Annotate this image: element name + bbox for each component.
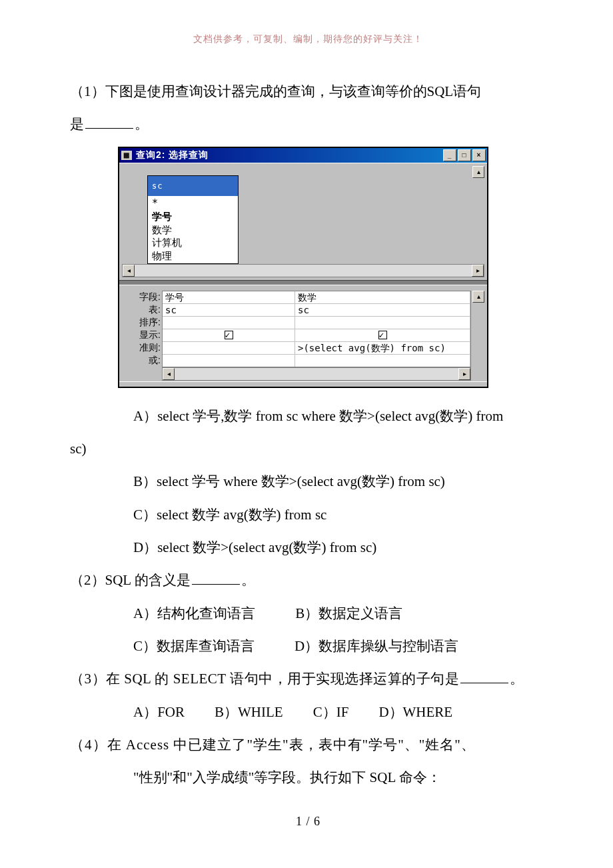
field-star[interactable]: *: [152, 197, 234, 211]
row-label-field: 字段:: [125, 291, 162, 303]
q3-stem-text: （3）在 SQL 的 SELECT 语句中，用于实现选择运算的子句是: [70, 671, 459, 687]
row-label-show: 显示:: [125, 329, 162, 341]
statusbar: [119, 381, 487, 387]
q4-line1: （4）在 Access 中已建立了"学生"表，表中有"学号"、"姓名"、: [70, 729, 546, 761]
grid-cell-field1[interactable]: 学号: [163, 291, 295, 303]
tables-pane: ▴ sc * 学号 数学 计算机 物理 ◂ ▸: [119, 163, 487, 280]
lower-h-scrollbar[interactable]: ◂ ▸: [162, 367, 471, 381]
row-label-criteria: 准则:: [125, 341, 162, 354]
grid-cell-field2[interactable]: 数学: [295, 291, 470, 303]
blank-line: [460, 669, 508, 683]
q1-period: 。: [135, 116, 149, 132]
pane-splitter[interactable]: [119, 280, 487, 285]
blank-line: [192, 570, 240, 585]
q3-period: 。: [510, 671, 524, 687]
header-note: 文档供参考，可复制、编制，期待您的好评与关注！: [70, 33, 546, 45]
scroll-left-icon[interactable]: ◂: [123, 265, 135, 277]
grid-cell-table2[interactable]: sc: [295, 304, 470, 316]
grid-cell-or1[interactable]: [163, 355, 295, 367]
minimize-button[interactable]: _: [443, 149, 456, 161]
scroll-left-icon[interactable]: ◂: [163, 368, 175, 380]
grid-cell-criteria1[interactable]: [163, 342, 295, 354]
scroll-right-icon[interactable]: ▸: [458, 368, 470, 380]
grid-cell-show2[interactable]: [295, 329, 470, 341]
row-label-table: 表:: [125, 303, 162, 316]
design-grid-pane: ▴ 字段: 表: 排序: 显示: 准则: 或: 学号 数学: [119, 285, 487, 381]
row-label-or: 或:: [125, 354, 162, 367]
q1-option-d: D）select 数学>(select avg(数学) from sc): [133, 531, 546, 564]
q1-option-c: C）select 数学 avg(数学) from sc: [133, 499, 546, 531]
q2-stem: （2）SQL 的含义是。: [70, 564, 546, 597]
field-item[interactable]: 物理: [152, 249, 234, 263]
field-list-title: sc: [148, 176, 238, 196]
field-item[interactable]: 计算机: [152, 236, 234, 249]
scroll-up-icon[interactable]: ▴: [472, 291, 484, 303]
maximize-button[interactable]: □: [458, 149, 471, 161]
q1-stem-is: 是: [70, 116, 84, 132]
q2-options-row1: A）结构化查询语言 B）数据定义语言: [133, 597, 546, 630]
q3-option-a: A）FOR: [133, 696, 185, 729]
q2-period: 。: [241, 572, 255, 588]
design-grid[interactable]: 学号 数学 sc sc: [162, 291, 471, 367]
field-item[interactable]: 数学: [152, 223, 234, 237]
q2-option-d: D）数据库操纵与控制语言: [295, 630, 458, 663]
grid-cell-show1[interactable]: [163, 329, 295, 341]
q3-option-b: B）WHILE: [215, 696, 283, 729]
show-checkbox[interactable]: [378, 331, 387, 339]
q3-option-d: D）WHERE: [378, 696, 452, 729]
q1-stem-line1: （1）下图是使用查询设计器完成的查询，与该查询等价的SQL语句: [70, 75, 546, 108]
row-label-sort: 排序:: [125, 316, 162, 329]
q4-line2: "性别"和"入学成绩"等字段。执行如下 SQL 命令：: [133, 761, 546, 794]
field-item[interactable]: 学号: [152, 210, 234, 223]
grid-cell-table1[interactable]: sc: [163, 304, 295, 316]
scroll-right-icon[interactable]: ▸: [472, 265, 484, 277]
q2-option-a: A）结构化查询语言: [133, 597, 255, 630]
grid-cell-sort2[interactable]: [295, 317, 470, 329]
show-checkbox[interactable]: [225, 331, 233, 339]
q2-stem-text: （2）SQL 的含义是: [70, 572, 191, 588]
q1-option-b: B）select 学号 where 数学>(select avg(数学) fro…: [133, 465, 546, 498]
q1-option-a-cont: sc): [70, 433, 546, 465]
page-number: 1 / 6: [70, 815, 546, 829]
grid-cell-or2[interactable]: [295, 355, 470, 367]
scroll-up-icon[interactable]: ▴: [472, 166, 484, 178]
q2-option-b: B）数据定义语言: [295, 597, 402, 630]
titlebar: ▦ 查询2: 选择查询 _ □ ×: [119, 148, 487, 163]
grid-cell-criteria2[interactable]: >(select avg(数学) from sc): [295, 342, 470, 354]
window-icon: ▦: [121, 151, 132, 160]
q1-option-a: A）select 学号,数学 from sc where 数学>(select …: [133, 400, 546, 433]
q3-options: A）FOR B）WHILE C）IF D）WHERE: [133, 696, 546, 729]
q1-stem-line2: 是。: [70, 108, 546, 141]
grid-cell-sort1[interactable]: [163, 317, 295, 329]
upper-h-scrollbar[interactable]: ◂ ▸: [122, 264, 484, 277]
field-list[interactable]: sc * 学号 数学 计算机 物理: [147, 175, 239, 265]
q3-stem: （3）在 SQL 的 SELECT 语句中，用于实现选择运算的子句是。: [70, 663, 546, 695]
q3-option-c: C）IF: [313, 696, 349, 729]
blank-line: [85, 114, 133, 129]
access-query-window: ▦ 查询2: 选择查询 _ □ × ▴ sc * 学号 数学 计算机 物理: [118, 147, 488, 388]
q2-options-row2: C）数据库查询语言 D）数据库操纵与控制语言: [133, 630, 546, 663]
close-button[interactable]: ×: [472, 149, 486, 161]
q2-option-c: C）数据库查询语言: [133, 630, 255, 663]
grid-row-labels: 字段: 表: 排序: 显示: 准则: 或:: [125, 291, 162, 367]
